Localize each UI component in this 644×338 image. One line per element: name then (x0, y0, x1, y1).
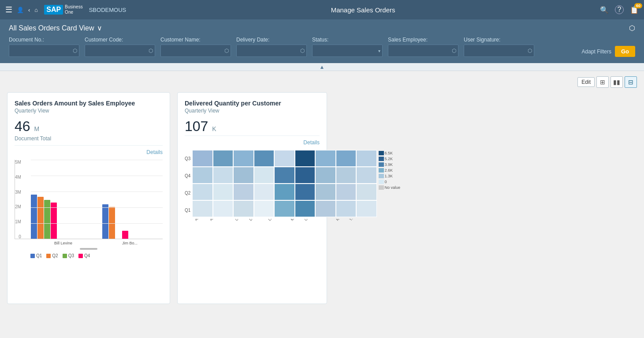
heatmap-cell[interactable] (254, 184, 274, 200)
heatmap-cell[interactable] (315, 200, 335, 217)
customer-name-icon[interactable]: ⬡ (224, 48, 229, 54)
heatmap-cell[interactable] (295, 150, 315, 167)
back-arrow-icon[interactable]: ‹ (28, 7, 30, 13)
heatmap-cell[interactable] (233, 200, 253, 217)
document-no-input[interactable] (11, 48, 73, 54)
filter-customer-code: Customer Code: ⬡ (85, 37, 155, 57)
heatmap-cell[interactable] (254, 150, 274, 167)
legend-q3-dot (63, 254, 67, 258)
card2-subtitle: Quarterly View (185, 108, 320, 114)
scroll-indicator[interactable] (80, 248, 97, 250)
legend-1-3k: 1.3K (379, 174, 402, 178)
home-icon[interactable]: ⌂ (34, 7, 38, 13)
delivery-date-icon[interactable]: ⬡ (300, 48, 305, 54)
heatmap-cell[interactable] (295, 200, 315, 217)
card2-metric-value: 107 (185, 118, 208, 134)
heatmap-cell[interactable] (295, 184, 315, 200)
legend-6-5k: 6.5K (379, 151, 402, 155)
filter-status: Status: Open Closed ▾ (312, 37, 383, 57)
heatmap-cell[interactable] (315, 184, 335, 200)
user-signature-icon[interactable]: ⬡ (528, 48, 532, 54)
heatmap-cell[interactable] (254, 167, 274, 184)
y-label-q3: Q3 (185, 150, 190, 167)
heatmap-row-q1 (192, 200, 376, 217)
customer-code-input[interactable] (87, 48, 149, 54)
adapt-filters-link[interactable]: Adapt Filters (582, 49, 611, 55)
sales-employee-icon[interactable]: ⬡ (452, 48, 456, 54)
delivery-date-input[interactable] (238, 48, 300, 54)
search-icon[interactable]: 🔍 (600, 6, 609, 14)
heatmap-cell[interactable] (356, 184, 376, 200)
user-signature-label: User Signature: (464, 37, 534, 43)
heatmap-grid: ADA Te... Aquent Systems C000011 Down Pa… (192, 150, 376, 241)
card2-details-link[interactable]: Details (303, 139, 320, 146)
legend-0: 0 (379, 180, 402, 184)
heatmap-cell[interactable] (213, 200, 233, 217)
heatmap-cell[interactable] (213, 150, 233, 167)
right-icons: 🔍 ? 📋 60 (600, 5, 639, 14)
collapse-arrow-icon[interactable]: ▲ (320, 64, 325, 70)
table-view-button[interactable]: ⊞ (596, 76, 609, 88)
card1-details-link[interactable]: Details (146, 149, 163, 155)
heatmap-cell[interactable] (356, 167, 376, 184)
filter-actions: Adapt Filters Go (582, 46, 635, 57)
edit-button[interactable]: Edit (577, 77, 595, 87)
legend-q2: Q2 (46, 253, 58, 258)
y-label-1m: 1M (15, 219, 21, 224)
chart-bar-icon: ▮▮ (613, 79, 620, 86)
notifications-button[interactable]: 📋 60 (630, 6, 639, 14)
dashboard-view-button[interactable]: ⊟ (625, 76, 637, 88)
heatmap-cell[interactable] (192, 167, 212, 184)
heatmap-cell[interactable] (192, 200, 212, 217)
heatmap-cell[interactable] (274, 184, 294, 200)
document-no-icon[interactable]: ⬡ (73, 48, 77, 54)
customer-code-icon[interactable]: ⬡ (149, 48, 153, 54)
heatmap-cell[interactable] (336, 200, 356, 217)
card2-metric: 107 K (185, 118, 320, 135)
customer-name-input[interactable] (163, 48, 224, 54)
heatmap-cell[interactable] (315, 167, 335, 184)
heatmap-cell[interactable] (356, 150, 376, 167)
heatmap-cell[interactable] (254, 200, 274, 217)
page-title: Manage Sales Orders (130, 6, 596, 14)
heatmap-cell[interactable] (274, 150, 294, 167)
legend-q1-label: Q1 (36, 253, 42, 258)
heatmap-cell[interactable] (315, 150, 335, 167)
chevron-down-icon: ∨ (97, 24, 102, 32)
user-icon[interactable]: 👤 (17, 7, 24, 13)
heatmap-cell[interactable] (192, 150, 212, 167)
dashboard-icon: ⊟ (628, 79, 633, 86)
sales-employee-input[interactable] (390, 48, 452, 54)
filter-title[interactable]: All Sales Orders Card View ∨ (9, 24, 102, 32)
heatmap-cell[interactable] (213, 184, 233, 200)
legend-q1: Q1 (30, 253, 42, 258)
help-icon[interactable]: ? (615, 5, 624, 14)
heatmap-cell[interactable] (336, 150, 356, 167)
heatmap-cell[interactable] (233, 184, 253, 200)
status-select[interactable]: Open Closed (314, 48, 378, 54)
chart-view-button[interactable]: ▮▮ (610, 76, 623, 88)
collapse-bar: ▲ (0, 63, 644, 71)
go-button[interactable]: Go (615, 46, 635, 57)
bar-chart-inner: 5M 4M 3M 2M 1M 0 (15, 160, 163, 239)
y-label-3m: 3M (15, 190, 21, 195)
heatmap-cell[interactable] (213, 167, 233, 184)
heatmap-cell[interactable] (336, 167, 356, 184)
hamburger-icon[interactable]: ☰ (5, 5, 12, 15)
heatmap-cell[interactable] (233, 167, 253, 184)
export-icon[interactable]: ⬡ (629, 24, 635, 32)
card1-metric-unit: M (34, 125, 39, 132)
y-label-5m: 5M (15, 160, 21, 165)
heatmap-legend: 6.5K 5.2K 3.9K 2.6K (379, 150, 402, 241)
heatmap-cell[interactable] (295, 167, 315, 184)
legend-5-2k-color (379, 157, 384, 161)
heatmap-cell[interactable] (274, 200, 294, 217)
user-signature-input[interactable] (466, 48, 528, 54)
heatmap-cell[interactable] (356, 200, 376, 217)
heatmap-cell[interactable] (192, 184, 212, 200)
legend-3-9k-color (379, 162, 384, 167)
legend-1-3k-color (379, 174, 384, 178)
heatmap-cell[interactable] (274, 167, 294, 184)
heatmap-cell[interactable] (233, 150, 253, 167)
heatmap-cell[interactable] (336, 184, 356, 200)
